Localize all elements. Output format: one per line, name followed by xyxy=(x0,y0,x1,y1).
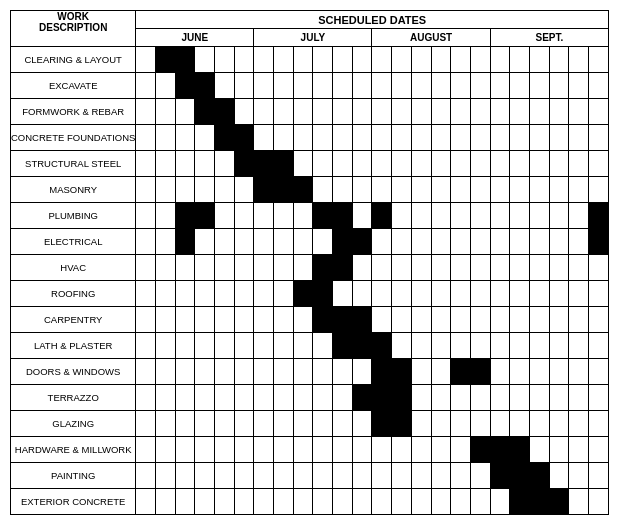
grid-cell xyxy=(411,73,431,99)
grid-cell xyxy=(510,203,530,229)
grid-cell xyxy=(431,99,451,125)
grid-cell xyxy=(274,203,294,229)
grid-cell xyxy=(510,333,530,359)
grid-cell xyxy=(569,463,589,489)
grid-cell xyxy=(451,125,471,151)
grid-cell xyxy=(234,437,254,463)
grid-cell xyxy=(333,281,353,307)
grid-cell xyxy=(451,437,471,463)
grid-cell xyxy=(195,281,215,307)
grid-cell xyxy=(451,307,471,333)
grid-cell xyxy=(234,47,254,73)
grid-cell xyxy=(215,307,235,333)
grid-cell xyxy=(175,177,195,203)
work-desc-cell: FORMWORK & REBAR xyxy=(11,99,136,125)
grid-cell xyxy=(589,151,609,177)
grid-cell xyxy=(589,255,609,281)
grid-cell xyxy=(589,385,609,411)
grid-cell xyxy=(215,359,235,385)
grid-cell xyxy=(136,47,156,73)
grid-cell xyxy=(471,333,491,359)
grid-cell xyxy=(293,177,313,203)
grid-cell xyxy=(510,489,530,515)
grid-cell xyxy=(510,151,530,177)
grid-cell xyxy=(589,203,609,229)
grid-cell xyxy=(136,463,156,489)
grid-cell xyxy=(569,73,589,99)
grid-cell xyxy=(549,359,569,385)
grid-cell xyxy=(215,281,235,307)
grid-cell xyxy=(313,333,333,359)
grid-cell xyxy=(510,463,530,489)
grid-cell xyxy=(156,489,176,515)
grid-cell xyxy=(156,411,176,437)
table-row: ELECTRICAL xyxy=(11,229,609,255)
grid-cell xyxy=(431,463,451,489)
grid-cell xyxy=(293,489,313,515)
grid-cell xyxy=(175,333,195,359)
grid-cell xyxy=(411,177,431,203)
grid-cell xyxy=(431,437,451,463)
table-row: EXCAVATE xyxy=(11,73,609,99)
grid-cell xyxy=(254,489,274,515)
grid-cell xyxy=(234,177,254,203)
grid-cell xyxy=(215,333,235,359)
grid-cell xyxy=(195,125,215,151)
grid-cell xyxy=(451,177,471,203)
grid-cell xyxy=(549,411,569,437)
grid-cell xyxy=(156,177,176,203)
grid-cell xyxy=(352,177,372,203)
grid-cell xyxy=(589,73,609,99)
grid-cell xyxy=(195,437,215,463)
grid-cell xyxy=(136,411,156,437)
grid-cell xyxy=(175,489,195,515)
grid-cell xyxy=(195,99,215,125)
grid-cell xyxy=(156,99,176,125)
grid-cell xyxy=(175,281,195,307)
grid-cell xyxy=(333,151,353,177)
grid-cell xyxy=(333,385,353,411)
grid-cell xyxy=(352,281,372,307)
grid-cell xyxy=(372,73,392,99)
grid-cell xyxy=(195,333,215,359)
grid-cell xyxy=(510,99,530,125)
grid-cell xyxy=(333,463,353,489)
grid-cell xyxy=(352,99,372,125)
grid-cell xyxy=(431,203,451,229)
grid-cell xyxy=(372,463,392,489)
grid-cell xyxy=(175,73,195,99)
grid-cell xyxy=(510,177,530,203)
grid-cell xyxy=(333,203,353,229)
grid-cell xyxy=(510,73,530,99)
work-description-header: WORKDESCRIPTION xyxy=(11,11,136,47)
grid-cell xyxy=(293,73,313,99)
table-row: HVAC xyxy=(11,255,609,281)
grid-cell xyxy=(136,359,156,385)
grid-cell xyxy=(411,489,431,515)
grid-cell xyxy=(490,229,510,255)
grid-cell xyxy=(234,411,254,437)
grid-cell xyxy=(313,411,333,437)
grid-cell xyxy=(215,489,235,515)
table-row: CONCRETE FOUNDATIONS xyxy=(11,125,609,151)
grid-cell xyxy=(254,99,274,125)
grid-cell xyxy=(352,411,372,437)
grid-cell xyxy=(510,411,530,437)
grid-cell xyxy=(569,255,589,281)
grid-cell xyxy=(136,255,156,281)
grid-cell xyxy=(333,333,353,359)
work-desc-cell: STRUCTURAL STEEL xyxy=(11,151,136,177)
grid-cell xyxy=(234,229,254,255)
grid-cell xyxy=(156,437,176,463)
grid-cell xyxy=(372,125,392,151)
grid-cell xyxy=(411,359,431,385)
grid-cell xyxy=(490,203,510,229)
grid-cell xyxy=(569,307,589,333)
grid-cell xyxy=(411,47,431,73)
grid-cell xyxy=(274,281,294,307)
grid-cell xyxy=(471,73,491,99)
grid-cell xyxy=(471,255,491,281)
grid-cell xyxy=(451,463,471,489)
grid-cell xyxy=(274,47,294,73)
grid-cell xyxy=(313,437,333,463)
